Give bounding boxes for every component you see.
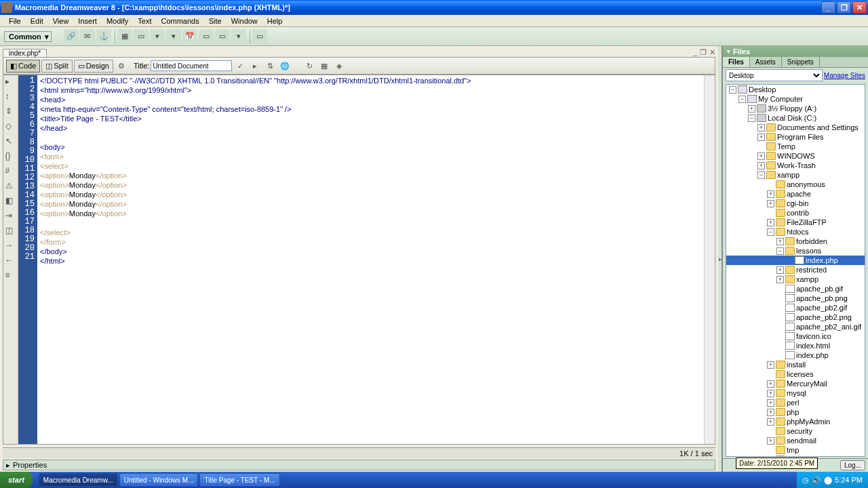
auto-indent-icon[interactable]: ⇥ (5, 211, 16, 222)
tree-item[interactable]: +Documents and Settings (726, 123, 865, 132)
templates-button[interactable]: ▾ (231, 29, 246, 44)
tree-item[interactable]: −lessons (726, 246, 865, 256)
maximize-button[interactable]: ❐ (837, 1, 851, 14)
snippets-icon[interactable]: ◫ (5, 226, 16, 237)
tree-item[interactable]: −htdocs (726, 227, 865, 237)
div-button[interactable]: ▭ (134, 29, 149, 44)
panel-tab-snippets[interactable]: Snippets (782, 57, 820, 67)
tree-item[interactable]: +forbidden (726, 237, 865, 246)
preview-browser-icon[interactable]: 🌐 (278, 59, 292, 73)
tray-icon[interactable]: 🔊 (812, 476, 821, 485)
tree-item[interactable]: +install (726, 360, 865, 369)
tree-item[interactable]: +WINDOWS (726, 151, 865, 161)
clock[interactable]: 5:24 PM (835, 476, 863, 484)
tree-item[interactable]: +mysql (726, 388, 865, 398)
insert-category-dropdown[interactable]: Common (4, 31, 52, 42)
email-link-button[interactable]: ✉ (80, 29, 95, 44)
doc-restore-icon[interactable]: ❐ (700, 48, 707, 57)
no-browser-check-icon[interactable]: ✓ (233, 59, 247, 73)
tree-item[interactable]: Temp (726, 142, 865, 151)
format-source-icon[interactable]: ≡ (5, 270, 16, 281)
panel-tab-assets[interactable]: Assets (750, 57, 782, 67)
hyperlink-button[interactable]: 🔗 (64, 29, 79, 44)
tree-item[interactable]: +php (726, 407, 865, 417)
tray-icon[interactable]: ⬤ (824, 476, 832, 485)
line-numbers-icon[interactable]: # (5, 166, 16, 177)
doc-minimize-icon[interactable]: _ (693, 48, 697, 57)
start-button[interactable]: start (0, 472, 33, 488)
tree-item[interactable]: index.php (726, 256, 865, 265)
file-tree[interactable]: −Desktop−My Computer+3½ Floppy (A:)−Loca… (726, 84, 865, 457)
tree-item[interactable]: +FileZillaFTP (726, 218, 865, 227)
menu-insert[interactable]: Insert (73, 16, 102, 26)
tree-item[interactable]: +Work-Trash (726, 161, 865, 170)
image-button[interactable]: ▾ (150, 29, 165, 44)
tree-item[interactable]: anonymous (726, 180, 865, 189)
outdent-code-icon[interactable]: ← (5, 256, 16, 266)
properties-panel-header[interactable]: Properties (3, 460, 715, 470)
tree-item[interactable]: +xampp (726, 274, 865, 284)
tree-item[interactable]: +3½ Floppy (A:) (726, 104, 865, 113)
tree-item[interactable]: +MercuryMail (726, 379, 865, 388)
design-view-button[interactable]: ▭Design (74, 60, 113, 73)
select-parent-tag-icon[interactable]: ↖ (5, 136, 16, 147)
tree-item[interactable]: +perl (726, 398, 865, 407)
files-panel-header[interactable]: Files (723, 46, 868, 57)
menu-commands[interactable]: Commands (156, 16, 203, 26)
menu-site[interactable]: Site (204, 16, 226, 26)
tree-item[interactable]: apache_pb2.png (726, 312, 865, 322)
tree-item[interactable]: +webalizer (726, 455, 865, 457)
tree-item[interactable]: +Program Files (726, 132, 865, 142)
tree-item[interactable]: contrib (726, 208, 865, 218)
code-text-area[interactable]: <!DOCTYPE html PUBLIC "-//W3C//DTD XHTML… (37, 75, 704, 444)
indent-code-icon[interactable]: → (5, 241, 16, 251)
anchor-button[interactable]: ⚓ (96, 29, 111, 44)
syntax-coloring-icon[interactable]: ◧ (5, 196, 16, 207)
taskbar-task[interactable]: Untitled - Windows M... (119, 473, 199, 487)
tree-item[interactable]: favicon.ico (726, 331, 865, 341)
server-include-button[interactable]: ▭ (199, 29, 214, 44)
minimize-button[interactable]: _ (821, 1, 835, 14)
menu-view[interactable]: View (48, 16, 74, 26)
balance-braces-icon[interactable]: {} (5, 151, 16, 162)
tree-item[interactable]: apache_pb2_ani.gif (726, 322, 865, 331)
taskbar-task[interactable]: Title Page - TEST - M... (199, 473, 279, 487)
log-button[interactable]: Log... (840, 460, 865, 470)
panel-tab-files[interactable]: Files (723, 57, 750, 67)
doc-close-icon[interactable]: ✕ (709, 48, 715, 57)
tree-item[interactable]: security (726, 426, 865, 436)
open-documents-icon[interactable]: ▸ (5, 77, 16, 87)
tag-chooser-button[interactable]: ▭ (252, 29, 267, 44)
tray-icon[interactable]: ◷ (802, 476, 809, 485)
menu-text[interactable]: Text (133, 16, 156, 26)
table-button[interactable]: ▦ (117, 29, 132, 44)
tree-item[interactable]: +cgi-bin (726, 199, 865, 208)
collapse-full-tag-icon[interactable]: ↕ (5, 92, 16, 102)
visual-aids-icon[interactable]: ◈ (332, 59, 346, 73)
tree-item[interactable]: licenses (726, 369, 865, 379)
tree-item[interactable]: index.php (726, 350, 865, 360)
tree-item[interactable]: apache_pb2.gif (726, 303, 865, 312)
tree-item[interactable]: +apache (726, 189, 865, 199)
refresh-icon[interactable]: ↻ (302, 59, 316, 73)
document-title-input[interactable] (151, 60, 232, 71)
split-view-button[interactable]: ◫Split (41, 60, 72, 73)
taskbar-task[interactable]: Macromedia Dreamw... (39, 473, 118, 487)
media-button[interactable]: ▾ (166, 29, 181, 44)
tree-item[interactable]: −Desktop (726, 85, 865, 94)
menu-file[interactable]: File (4, 16, 26, 26)
comment-button[interactable]: ▭ (215, 29, 230, 44)
view-options-icon[interactable]: ▦ (317, 59, 331, 73)
close-button[interactable]: ✕ (852, 1, 867, 14)
tree-item[interactable]: +phpMyAdmin (726, 417, 865, 426)
server-debug-icon[interactable]: ⚙ (115, 59, 128, 73)
tree-item[interactable]: tmp (726, 445, 865, 455)
system-tray[interactable]: ◷ 🔊 ⬤ 5:24 PM (797, 472, 868, 488)
menu-modify[interactable]: Modify (102, 16, 133, 26)
document-tab[interactable]: index.php* (3, 49, 47, 57)
tree-item[interactable]: index.html (726, 341, 865, 350)
tree-item[interactable]: apache_pb.gif (726, 284, 865, 293)
tree-item[interactable]: +sendmail (726, 436, 865, 445)
site-selector[interactable]: Desktop (726, 69, 823, 81)
validate-icon[interactable]: ▸ (248, 59, 262, 73)
